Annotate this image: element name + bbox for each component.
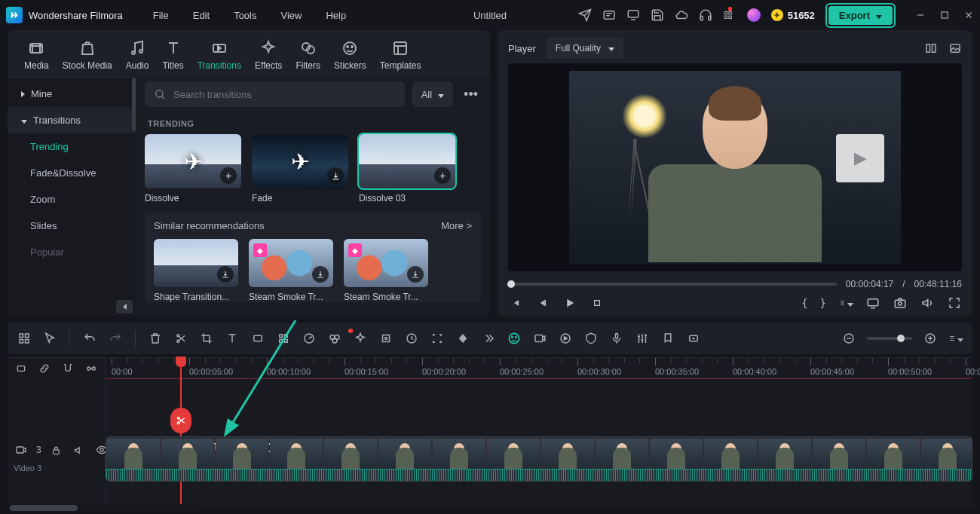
- ripple-icon[interactable]: [84, 361, 99, 376]
- link-layers-icon[interactable]: [14, 361, 28, 376]
- download-icon[interactable]: [327, 167, 344, 184]
- add-icon[interactable]: +: [220, 167, 237, 184]
- keyframe-icon[interactable]: [455, 331, 470, 346]
- step-back-button[interactable]: [535, 295, 550, 311]
- download-icon[interactable]: [217, 266, 234, 283]
- timeline-tracks[interactable]: 00:0000:00:05:0000:00:10:0000:00:15:0000…: [106, 358, 972, 508]
- tab-titles[interactable]: Titles: [162, 39, 183, 71]
- search-input[interactable]: [173, 89, 396, 100]
- shield-icon[interactable]: [583, 331, 599, 346]
- sidebar-item-zoom[interactable]: Zoom: [8, 186, 136, 213]
- monitor-icon[interactable]: [626, 8, 640, 22]
- tab-audio[interactable]: Audio: [126, 39, 149, 71]
- play-button[interactable]: [562, 295, 577, 311]
- text-tool-icon[interactable]: [225, 331, 240, 346]
- menu-help[interactable]: Help: [326, 10, 346, 21]
- rec-steam-smoke-2[interactable]: ◆ Steam Smoke Tr...: [344, 239, 428, 302]
- message-icon[interactable]: [602, 8, 616, 22]
- zoom-out-icon[interactable]: [841, 331, 856, 346]
- apps-icon[interactable]: [723, 8, 737, 22]
- delete-icon[interactable]: [148, 331, 163, 346]
- video-track-icon[interactable]: [14, 442, 29, 457]
- snapshot-button[interactable]: [893, 295, 908, 311]
- stop-button[interactable]: [590, 295, 605, 311]
- marker-icon[interactable]: [660, 331, 675, 346]
- mic-icon[interactable]: [609, 331, 624, 346]
- filter-dropdown[interactable]: All: [412, 81, 453, 107]
- menu-file[interactable]: File: [153, 10, 169, 21]
- transition-dissolve[interactable]: + Dissolve: [145, 134, 241, 203]
- tab-stock-media[interactable]: Stock Media: [63, 39, 112, 71]
- menu-edit[interactable]: Edit: [193, 10, 210, 21]
- tab-stickers[interactable]: Stickers: [334, 39, 366, 71]
- undo-icon[interactable]: [82, 331, 97, 346]
- chain-icon[interactable]: [37, 361, 51, 376]
- minimize-icon[interactable]: [915, 10, 926, 20]
- lock-icon[interactable]: [49, 442, 64, 457]
- add-track-icon[interactable]: [686, 331, 701, 346]
- speed-icon[interactable]: [302, 331, 317, 346]
- grid-icon[interactable]: [17, 331, 32, 346]
- prev-frame-button[interactable]: [508, 295, 523, 311]
- menu-tools[interactable]: Tools: [234, 10, 256, 21]
- credit-badge[interactable]: ✦ 51652: [771, 9, 815, 21]
- search-box[interactable]: [145, 81, 405, 107]
- mark-out-button[interactable]: }: [820, 297, 826, 309]
- tab-effects[interactable]: Effects: [255, 39, 282, 71]
- tracking-icon[interactable]: [378, 331, 394, 346]
- mark-in-button[interactable]: {: [801, 297, 807, 309]
- tab-filters[interactable]: Filters: [296, 39, 320, 71]
- sidebar-item-fade-dissolve[interactable]: Fade&Dissolve: [8, 160, 136, 186]
- ai-video-icon[interactable]: [532, 331, 547, 346]
- crop-ratio-icon[interactable]: [250, 331, 265, 346]
- mixer-icon[interactable]: [635, 331, 650, 346]
- timeline-clip[interactable]: Filmora Video Editor Tutorial (2024): [106, 436, 972, 482]
- overflow-icon[interactable]: [481, 331, 496, 346]
- rec-shape-transition[interactable]: Shape Transition...: [154, 239, 238, 302]
- tab-transitions[interactable]: Transitions: [198, 39, 241, 71]
- cloud-icon[interactable]: [675, 8, 688, 22]
- ai-face-icon[interactable]: [507, 331, 522, 346]
- split-icon[interactable]: [173, 331, 188, 346]
- zoom-slider[interactable]: [867, 337, 912, 340]
- timeline-ruler[interactable]: 00:0000:00:05:0000:00:10:0000:00:15:0000…: [106, 358, 972, 379]
- scrub-bar[interactable]: [508, 283, 837, 286]
- render-icon[interactable]: [558, 331, 573, 346]
- quality-dropdown[interactable]: Full Quality: [547, 38, 623, 59]
- fit-screen-button[interactable]: [865, 295, 880, 311]
- zoom-in-icon[interactable]: [923, 331, 938, 346]
- send-icon[interactable]: [578, 8, 592, 22]
- mosaic-icon[interactable]: [276, 331, 291, 346]
- picture-icon[interactable]: [948, 41, 962, 55]
- pointer-icon[interactable]: [42, 331, 57, 346]
- maximize-icon[interactable]: [939, 10, 950, 20]
- transition-dissolve-03[interactable]: + Dissolve 03: [359, 134, 455, 203]
- view-mode-icon[interactable]: [948, 331, 963, 346]
- magnet-icon[interactable]: [61, 361, 75, 376]
- split-handle-icon[interactable]: [170, 408, 191, 433]
- sidebar-scrollbar[interactable]: [132, 78, 136, 130]
- volume-button[interactable]: [920, 295, 935, 311]
- menu-view[interactable]: View: [280, 10, 302, 21]
- crop-icon[interactable]: [199, 331, 214, 346]
- video-preview[interactable]: [508, 63, 962, 271]
- layout-grid-icon[interactable]: [924, 41, 938, 55]
- sidebar-collapse-button[interactable]: [116, 300, 133, 314]
- enhance-icon[interactable]: [353, 331, 368, 346]
- color-icon[interactable]: [327, 331, 342, 346]
- mute-icon[interactable]: [72, 442, 87, 457]
- marker-list-button[interactable]: [838, 295, 853, 311]
- close-icon[interactable]: [963, 10, 974, 20]
- tab-media[interactable]: Media: [24, 39, 49, 71]
- download-icon[interactable]: [312, 266, 329, 283]
- sidebar-mine[interactable]: Mine: [8, 81, 136, 107]
- more-link[interactable]: More >: [441, 220, 472, 231]
- more-options-button[interactable]: •••: [461, 87, 481, 102]
- sidebar-transitions[interactable]: Transitions: [8, 107, 136, 133]
- fullscreen-button[interactable]: [947, 295, 962, 311]
- playhead[interactable]: [180, 358, 182, 508]
- user-avatar[interactable]: [747, 8, 761, 22]
- add-icon[interactable]: +: [434, 167, 451, 184]
- download-icon[interactable]: [407, 266, 424, 283]
- clock-icon[interactable]: [404, 331, 419, 346]
